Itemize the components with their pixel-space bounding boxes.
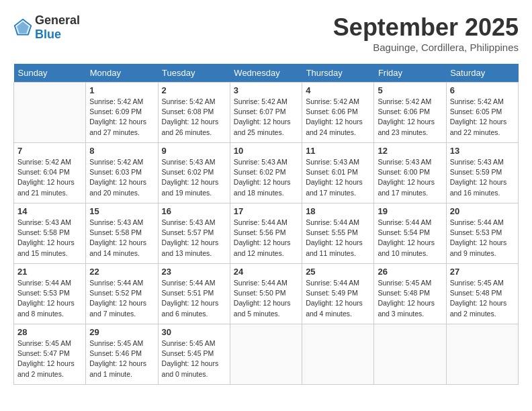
calendar-cell: 30Sunrise: 5:45 AMSunset: 5:45 PMDayligh… — [158, 324, 230, 385]
day-info: Sunrise: 5:42 AMSunset: 6:07 PMDaylight:… — [234, 97, 298, 138]
day-info: Sunrise: 5:43 AMSunset: 6:01 PMDaylight:… — [306, 157, 370, 198]
day-number: 8 — [89, 146, 154, 156]
calendar-cell: 12Sunrise: 5:43 AMSunset: 6:00 PMDayligh… — [374, 143, 446, 203]
day-number: 29 — [89, 327, 154, 337]
day-info: Sunrise: 5:43 AMSunset: 5:57 PMDaylight:… — [162, 218, 226, 259]
calendar-cell: 5Sunrise: 5:42 AMSunset: 6:06 PMDaylight… — [374, 83, 446, 143]
calendar-cell: 27Sunrise: 5:45 AMSunset: 5:48 PMDayligh… — [446, 264, 518, 324]
column-header-friday: Friday — [374, 64, 446, 83]
calendar-cell — [302, 324, 374, 385]
day-info: Sunrise: 5:43 AMSunset: 5:58 PMDaylight:… — [89, 218, 154, 259]
calendar-cell: 14Sunrise: 5:43 AMSunset: 5:58 PMDayligh… — [14, 203, 86, 264]
day-info: Sunrise: 5:43 AMSunset: 5:59 PMDaylight:… — [450, 157, 515, 198]
calendar-cell — [446, 324, 518, 385]
day-number: 24 — [234, 267, 298, 277]
calendar-cell — [374, 324, 446, 385]
day-number: 14 — [17, 206, 82, 216]
calendar-cell: 3Sunrise: 5:42 AMSunset: 6:07 PMDaylight… — [230, 83, 302, 143]
day-number: 27 — [450, 267, 515, 277]
calendar-cell: 18Sunrise: 5:44 AMSunset: 5:55 PMDayligh… — [302, 203, 374, 264]
logo-general: General — [35, 13, 80, 27]
month-title: September 2025 — [333, 13, 519, 42]
day-number: 6 — [450, 85, 515, 95]
calendar-cell: 21Sunrise: 5:44 AMSunset: 5:53 PMDayligh… — [14, 264, 86, 324]
day-info: Sunrise: 5:43 AMSunset: 5:58 PMDaylight:… — [17, 218, 82, 259]
day-number: 21 — [17, 267, 82, 277]
day-number: 2 — [162, 85, 226, 95]
day-number: 3 — [234, 85, 298, 95]
calendar-cell: 25Sunrise: 5:44 AMSunset: 5:49 PMDayligh… — [302, 264, 374, 324]
calendar-cell: 17Sunrise: 5:44 AMSunset: 5:56 PMDayligh… — [230, 203, 302, 264]
day-number: 12 — [378, 146, 442, 156]
day-info: Sunrise: 5:42 AMSunset: 6:09 PMDaylight:… — [89, 97, 154, 138]
column-header-saturday: Saturday — [446, 64, 518, 83]
day-info: Sunrise: 5:44 AMSunset: 5:53 PMDaylight:… — [450, 218, 515, 259]
day-number: 15 — [89, 206, 154, 216]
day-info: Sunrise: 5:42 AMSunset: 6:03 PMDaylight:… — [89, 157, 154, 198]
calendar-cell: 24Sunrise: 5:44 AMSunset: 5:50 PMDayligh… — [230, 264, 302, 324]
calendar-cell: 19Sunrise: 5:44 AMSunset: 5:54 PMDayligh… — [374, 203, 446, 264]
week-row-3: 14Sunrise: 5:43 AMSunset: 5:58 PMDayligh… — [14, 203, 519, 264]
day-number: 28 — [17, 327, 82, 337]
day-number: 20 — [450, 206, 515, 216]
week-row-2: 7Sunrise: 5:42 AMSunset: 6:04 PMDaylight… — [14, 143, 519, 203]
day-info: Sunrise: 5:45 AMSunset: 5:48 PMDaylight:… — [378, 278, 442, 319]
day-info: Sunrise: 5:42 AMSunset: 6:06 PMDaylight:… — [306, 97, 370, 138]
calendar-cell: 7Sunrise: 5:42 AMSunset: 6:04 PMDaylight… — [14, 143, 86, 203]
day-info: Sunrise: 5:43 AMSunset: 6:00 PMDaylight:… — [378, 157, 442, 198]
day-info: Sunrise: 5:42 AMSunset: 6:08 PMDaylight:… — [162, 97, 226, 138]
calendar-cell: 13Sunrise: 5:43 AMSunset: 5:59 PMDayligh… — [446, 143, 518, 203]
day-number: 23 — [162, 267, 226, 277]
calendar-cell: 6Sunrise: 5:42 AMSunset: 6:05 PMDaylight… — [446, 83, 518, 143]
calendar-cell: 11Sunrise: 5:43 AMSunset: 6:01 PMDayligh… — [302, 143, 374, 203]
day-number: 1 — [89, 85, 154, 95]
day-number: 30 — [162, 327, 226, 337]
day-number: 9 — [162, 146, 226, 156]
day-number: 16 — [162, 206, 226, 216]
week-row-5: 28Sunrise: 5:45 AMSunset: 5:47 PMDayligh… — [14, 324, 519, 385]
logo-icon — [13, 18, 32, 37]
day-info: Sunrise: 5:44 AMSunset: 5:55 PMDaylight:… — [306, 218, 370, 259]
day-info: Sunrise: 5:44 AMSunset: 5:50 PMDaylight:… — [234, 278, 298, 319]
day-info: Sunrise: 5:43 AMSunset: 6:02 PMDaylight:… — [234, 157, 298, 198]
week-row-4: 21Sunrise: 5:44 AMSunset: 5:53 PMDayligh… — [14, 264, 519, 324]
day-number: 4 — [306, 85, 370, 95]
day-number: 19 — [378, 206, 442, 216]
day-number: 10 — [234, 146, 298, 156]
calendar-cell: 4Sunrise: 5:42 AMSunset: 6:06 PMDaylight… — [302, 83, 374, 143]
calendar: SundayMondayTuesdayWednesdayThursdayFrid… — [13, 64, 519, 385]
calendar-cell — [230, 324, 302, 385]
calendar-cell: 2Sunrise: 5:42 AMSunset: 6:08 PMDaylight… — [158, 83, 230, 143]
day-number: 17 — [234, 206, 298, 216]
day-info: Sunrise: 5:44 AMSunset: 5:51 PMDaylight:… — [162, 278, 226, 319]
logo-blue: Blue — [35, 28, 61, 41]
day-info: Sunrise: 5:42 AMSunset: 6:04 PMDaylight:… — [17, 157, 82, 198]
day-info: Sunrise: 5:44 AMSunset: 5:52 PMDaylight:… — [89, 278, 154, 319]
calendar-cell: 1Sunrise: 5:42 AMSunset: 6:09 PMDaylight… — [86, 83, 158, 143]
day-number: 26 — [378, 267, 442, 277]
column-header-thursday: Thursday — [302, 64, 374, 83]
calendar-cell: 26Sunrise: 5:45 AMSunset: 5:48 PMDayligh… — [374, 264, 446, 324]
day-info: Sunrise: 5:45 AMSunset: 5:47 PMDaylight:… — [17, 338, 82, 379]
day-info: Sunrise: 5:45 AMSunset: 5:48 PMDaylight:… — [450, 278, 515, 319]
calendar-cell: 15Sunrise: 5:43 AMSunset: 5:58 PMDayligh… — [86, 203, 158, 264]
calendar-cell: 29Sunrise: 5:45 AMSunset: 5:46 PMDayligh… — [86, 324, 158, 385]
calendar-cell: 28Sunrise: 5:45 AMSunset: 5:47 PMDayligh… — [14, 324, 86, 385]
calendar-cell: 8Sunrise: 5:42 AMSunset: 6:03 PMDaylight… — [86, 143, 158, 203]
calendar-cell: 23Sunrise: 5:44 AMSunset: 5:51 PMDayligh… — [158, 264, 230, 324]
calendar-cell — [14, 83, 86, 143]
column-header-monday: Monday — [86, 64, 158, 83]
calendar-cell: 20Sunrise: 5:44 AMSunset: 5:53 PMDayligh… — [446, 203, 518, 264]
column-header-wednesday: Wednesday — [230, 64, 302, 83]
day-number: 11 — [306, 146, 370, 156]
day-info: Sunrise: 5:44 AMSunset: 5:56 PMDaylight:… — [234, 218, 298, 259]
svg-marker-2 — [17, 21, 29, 34]
calendar-cell: 10Sunrise: 5:43 AMSunset: 6:02 PMDayligh… — [230, 143, 302, 203]
day-number: 18 — [306, 206, 370, 216]
day-number: 22 — [89, 267, 154, 277]
day-info: Sunrise: 5:45 AMSunset: 5:46 PMDaylight:… — [89, 338, 154, 379]
week-row-1: 1Sunrise: 5:42 AMSunset: 6:09 PMDaylight… — [14, 83, 519, 143]
column-header-tuesday: Tuesday — [158, 64, 230, 83]
calendar-cell: 22Sunrise: 5:44 AMSunset: 5:52 PMDayligh… — [86, 264, 158, 324]
day-info: Sunrise: 5:45 AMSunset: 5:45 PMDaylight:… — [162, 338, 226, 379]
